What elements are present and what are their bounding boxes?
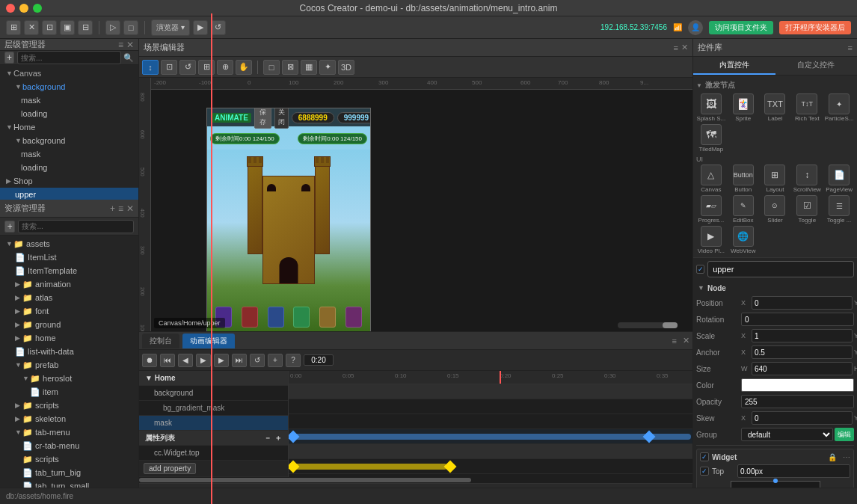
hierarchy-close[interactable]: ✕	[126, 40, 134, 50]
widget-particles[interactable]: ✦ ParticleS...	[824, 93, 854, 122]
asset-ground[interactable]: ▶ 📁 ground	[0, 318, 138, 331]
asset-tool-menu[interactable]: ≡	[118, 203, 123, 214]
size-w-input[interactable]	[752, 362, 853, 375]
track-bg-gradient[interactable]: bg_gradient_mask	[139, 401, 288, 416]
tool-scale[interactable]: ⊞	[198, 60, 215, 75]
anim-menu-icon[interactable]: ✕	[683, 336, 689, 345]
add-property-btn[interactable]: add property	[144, 463, 196, 474]
group-select[interactable]: default	[741, 428, 833, 441]
hier-upper[interactable]: upper	[0, 188, 138, 200]
widget-videopla[interactable]: ▶ Video Pl...	[696, 226, 726, 254]
playhead[interactable]	[500, 371, 501, 384]
widget-more-icon[interactable]: ⋯	[843, 453, 850, 461]
toolbar-icon-5[interactable]: ⊟	[78, 20, 93, 35]
anchor-x-input[interactable]	[752, 345, 853, 359]
tool-anchor[interactable]: ⊕	[217, 60, 233, 75]
asset-skeleton[interactable]: ▶ 📁 skeleton	[0, 412, 138, 425]
widget-editbox[interactable]: ✎ EditBox	[728, 195, 758, 224]
hier-home-bg[interactable]: ▼ background	[0, 134, 138, 147]
widget-progress[interactable]: ▰▱ Progres...	[696, 195, 726, 224]
tool-hand[interactable]: ✋	[236, 60, 252, 75]
node-name-input[interactable]	[707, 261, 854, 277]
asset-tool-close[interactable]: ✕	[126, 203, 134, 214]
inspector-menu[interactable]: ≡	[848, 43, 853, 52]
hierarchy-search-input[interactable]	[17, 51, 121, 64]
widget-richtext[interactable]: T↕T Rich Text	[792, 93, 822, 122]
asset-scripts2[interactable]: 📁 scripts	[0, 452, 138, 466]
hier-shop[interactable]: ▶ Shop	[0, 174, 138, 188]
anim-skip-start-btn[interactable]: ⏮	[160, 354, 175, 367]
toolbar-icon-4[interactable]: ▣	[60, 20, 75, 35]
scrollbar-handle-area[interactable]	[618, 322, 678, 328]
asset-listwithdata[interactable]: 📄 list-with-data	[0, 345, 138, 358]
asset-tabmenu[interactable]: ▼ 📁 tab-menu	[0, 425, 138, 439]
scene-close-icon[interactable]: ✕	[681, 43, 688, 52]
tool-grid[interactable]: ▦	[301, 60, 317, 75]
tool-move[interactable]: ↕	[142, 60, 159, 75]
anim-skip-end-btn[interactable]: ⏭	[232, 354, 247, 367]
asset-home[interactable]: ▶ 📁 home	[0, 331, 138, 345]
play-btn[interactable]: ▶	[193, 20, 208, 35]
asset-itemlist[interactable]: 📄 ItemList	[0, 251, 138, 264]
asset-heroslot[interactable]: ▼ 📁 heroslot	[0, 372, 138, 385]
hier-mask[interactable]: mask	[0, 93, 138, 107]
refresh-btn[interactable]: ↺	[211, 20, 226, 35]
widget-lock-icon[interactable]: 🔒	[828, 453, 837, 461]
prop-minus[interactable]: －	[264, 433, 271, 443]
open-installer-btn[interactable]: 打开程序安装器后	[779, 21, 851, 34]
asset-tool-add[interactable]: +	[110, 203, 115, 214]
keyframe-mask-start[interactable]	[289, 431, 299, 443]
widget-layout[interactable]: ⊞ Layout	[761, 165, 790, 193]
widget-toggle-cont[interactable]: ☰ Toggle ...	[824, 195, 854, 224]
track-cc-widget[interactable]: cc.Widget.top	[139, 446, 288, 461]
asset-font[interactable]: ▶ 📁 font	[0, 304, 138, 318]
asset-animation[interactable]: ▶ 📁 animation	[0, 277, 138, 291]
opacity-input[interactable]	[741, 395, 854, 408]
asset-item[interactable]: 📄 item	[0, 385, 138, 399]
maximize-button[interactable]	[33, 4, 42, 13]
anim-help-btn[interactable]: ?	[286, 354, 301, 367]
asset-prefab[interactable]: ▼ 📁 prefab	[0, 358, 138, 372]
tool-align[interactable]: ⊠	[282, 60, 298, 75]
group-edit-btn[interactable]: 编辑	[835, 428, 854, 441]
scrollbar-thumb[interactable]	[139, 478, 471, 482]
asset-assets[interactable]: ▼ 📁 assets	[0, 237, 138, 251]
color-swatch[interactable]	[741, 378, 854, 392]
track-background[interactable]: background	[139, 386, 288, 401]
hier-home-loading[interactable]: loading	[0, 161, 138, 174]
anim-loop-btn[interactable]: ↺	[250, 354, 265, 367]
widget-label[interactable]: TXT Label	[761, 93, 790, 122]
anim-time-display[interactable]: 0:20	[304, 354, 334, 366]
node-section-header[interactable]: ▼ Node	[696, 280, 854, 295]
keyframe-mask-end[interactable]	[643, 431, 656, 443]
tab-custom[interactable]: 自定义控件	[775, 57, 858, 75]
scrollbar-thumb-h[interactable]	[663, 322, 678, 328]
anim-next-frame-btn[interactable]: ▶	[214, 354, 229, 367]
hier-home-mask[interactable]: mask	[0, 147, 138, 161]
asset-itemtemplate[interactable]: 📄 ItemTemplate	[0, 264, 138, 277]
widget-scrollview[interactable]: ↕ ScrollView	[792, 165, 822, 193]
top-checkbox[interactable]: ✓	[700, 467, 709, 476]
tool-rect[interactable]: ⊡	[161, 60, 177, 75]
minimize-button[interactable]	[19, 4, 28, 13]
scale-x-input[interactable]	[752, 329, 853, 342]
asset-scripts[interactable]: ▶ 📁 scripts	[0, 399, 138, 412]
widget-tiledmap[interactable]: 🗺 TiledMap	[696, 124, 726, 153]
toolbar-icon-3[interactable]: ⊡	[42, 20, 57, 35]
close-button[interactable]	[6, 4, 15, 13]
visit-folder-btn[interactable]: 访问项目文件夹	[709, 21, 773, 34]
skew-x-input[interactable]	[752, 411, 853, 425]
widget-splash[interactable]: 🖼 Splash S...	[696, 93, 726, 122]
toolbar-icon-2[interactable]: ✕	[24, 20, 39, 35]
widget-webview[interactable]: 🌐 WebView	[728, 226, 758, 254]
keyframe-widget-end[interactable]	[444, 461, 457, 473]
rotation-input[interactable]	[741, 313, 854, 326]
prop-plus[interactable]: ＋	[274, 433, 282, 443]
asset-atlas[interactable]: ▶ 📁 atlas	[0, 291, 138, 304]
anim-play-btn[interactable]: ▶	[196, 354, 211, 367]
track-mask[interactable]: mask	[139, 416, 288, 431]
widget-canvas[interactable]: △ Canvas	[696, 165, 726, 193]
tool-rotate[interactable]: ↺	[179, 60, 196, 75]
widget-enabled[interactable]: ✓	[700, 452, 709, 461]
toolbar-icon-1[interactable]: ⊞	[6, 20, 21, 35]
